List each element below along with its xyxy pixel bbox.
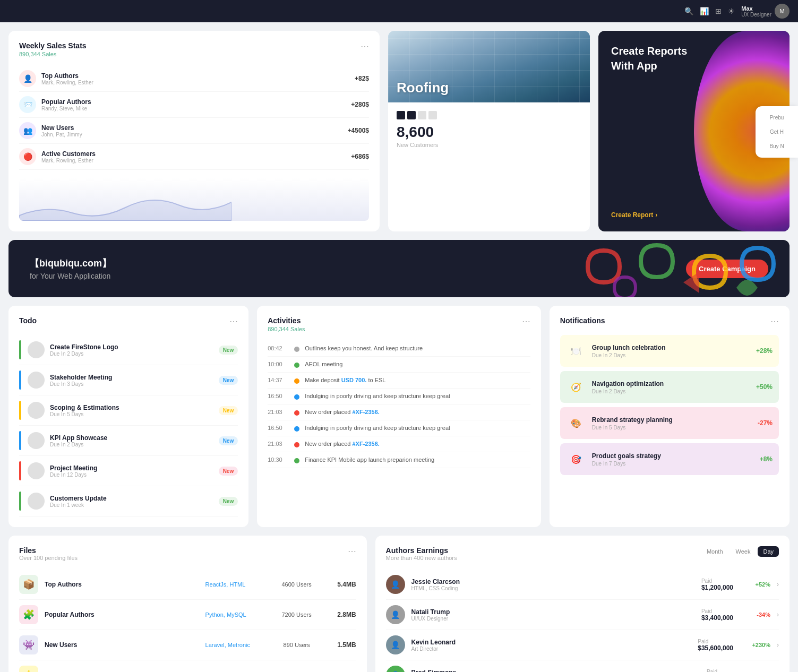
file-item: 🧩 Popular Authors Python, MySQL 7200 Use… xyxy=(19,600,356,630)
todo-due: Due In 12 Days xyxy=(50,472,219,478)
campaign-decoration xyxy=(577,240,790,297)
file-icon: ⭐ xyxy=(19,666,38,672)
todo-info: Create FireStone Logo Due In 2 Days xyxy=(50,343,219,357)
activity-link[interactable]: USD 700. xyxy=(341,377,367,383)
stat-name: Popular Authors xyxy=(41,98,351,106)
period-month-button[interactable]: Month xyxy=(701,546,728,557)
notif-icon: 🎯 xyxy=(567,450,586,469)
notif-value: +28% xyxy=(756,347,773,355)
author-paid-label: Paid xyxy=(701,578,733,584)
activity-time: 14:37 xyxy=(268,377,289,383)
todo-dot xyxy=(19,492,21,511)
sidebar-buyn[interactable]: Buy N xyxy=(760,141,794,151)
notif-sub: Due In 5 Days xyxy=(592,425,751,430)
author-role: UI/UX Designer xyxy=(411,616,695,622)
author-item: 👤 Brad Simmons Successful Fellas Paid $2… xyxy=(386,660,779,672)
file-tech: ReactJs, HTML xyxy=(205,581,269,588)
activity-dot xyxy=(294,410,299,416)
stat-item: 👥 New Users John, Pat, Jimmy +4500$ xyxy=(19,118,369,144)
stat-info: Popular Authors Randy, Steve, Mike xyxy=(41,98,351,111)
nc-icon-dark2 xyxy=(407,111,416,119)
period-week-button[interactable]: Week xyxy=(731,546,756,557)
activity-time: 21:03 xyxy=(268,441,289,447)
stat-sub: John, Pat, Jimmy xyxy=(41,132,348,137)
stat-sub: Mark, Rowling, Esther xyxy=(41,158,351,163)
brightness-icon[interactable]: ☀ xyxy=(728,7,735,15)
search-icon[interactable]: 🔍 xyxy=(684,7,693,15)
sidebar-geth[interactable]: Get H xyxy=(760,127,794,137)
files-menu-icon[interactable]: ⋯ xyxy=(348,546,356,556)
files-title: Files xyxy=(19,546,78,555)
todo-info: KPI App Showcase Due In 2 Days xyxy=(50,434,219,447)
todo-item: Project Meeting Due In 12 Days New xyxy=(19,456,238,486)
todo-info: Project Meeting Due In 12 Days xyxy=(50,464,219,478)
activity-item: 16:50 Indulging in poorly driving and ke… xyxy=(268,389,530,404)
todo-due: Due In 3 Days xyxy=(50,381,219,387)
activity-item: 21:03 New order placed #XF-2356. xyxy=(268,404,530,420)
author-role: Art Director xyxy=(411,646,692,652)
author-arrow-icon[interactable]: › xyxy=(777,581,779,588)
stat-info: New Users John, Pat, Jimmy xyxy=(41,124,348,137)
row-1: Weekly Sales Stats 890,344 Sales ⋯ 👤 Top… xyxy=(8,31,790,231)
files-subtitle: Over 100 pending files xyxy=(19,555,78,561)
sidebar-prebu[interactable]: Prebu xyxy=(760,113,794,123)
notif-info: Rebrand strategy planning Due In 5 Days xyxy=(592,416,751,430)
notif-sub: Due In 2 Days xyxy=(592,352,750,358)
todo-menu-icon[interactable]: ⋯ xyxy=(229,316,238,326)
author-paid-label: Paid xyxy=(701,608,733,614)
notif-value: -27% xyxy=(758,419,773,427)
authors-subtitle: More than 400 new authors xyxy=(386,555,457,561)
notif-name: Product goals strategy xyxy=(592,452,753,460)
roofing-title: Roofing xyxy=(397,80,449,96)
authors-title: Authors Earnings xyxy=(386,546,457,555)
activity-text: Make deposit USD 700. to ESL xyxy=(305,377,530,383)
stat-icon: 👤 xyxy=(19,70,36,87)
file-icon: 📦 xyxy=(19,575,38,594)
avatar[interactable]: M xyxy=(775,4,790,19)
bar-icon[interactable]: 📊 xyxy=(700,7,709,15)
file-size: 1.5MB xyxy=(324,641,356,649)
notification-item: 🍽️ Group lunch celebration Due In 2 Days… xyxy=(560,335,779,367)
period-day-button[interactable]: Day xyxy=(758,546,779,557)
activity-text: AEOL meeting xyxy=(305,361,530,367)
create-report-link[interactable]: Create Report › xyxy=(611,211,777,219)
sales-menu-icon[interactable]: ⋯ xyxy=(361,41,369,51)
author-avatar: 👤 xyxy=(386,666,405,672)
author-arrow-icon[interactable]: › xyxy=(777,611,779,618)
todo-item: Scoping & Estimations Due In 5 Days New xyxy=(19,395,238,426)
notifications-menu-icon[interactable]: ⋯ xyxy=(770,316,779,326)
author-arrow-icon[interactable]: › xyxy=(777,641,779,649)
file-name: Popular Authors xyxy=(45,611,199,618)
user-info: Max UX Designer M xyxy=(741,4,790,19)
todo-avatar xyxy=(28,432,45,449)
notif-info: Navigation optimization Due In 2 Days xyxy=(592,380,750,394)
activity-time: 16:50 xyxy=(268,425,289,431)
author-paid-section: Paid $1,200,000 xyxy=(701,578,733,591)
todo-avatar xyxy=(28,402,45,419)
author-avatar: 👤 xyxy=(386,575,405,594)
notif-name: Navigation optimization xyxy=(592,380,750,387)
stat-icon: 🔴 xyxy=(19,148,36,165)
todo-info: Stakeholder Meeting Due In 3 Days xyxy=(50,374,219,387)
stat-value: +4500$ xyxy=(348,127,369,134)
grid-icon[interactable]: ⊞ xyxy=(715,7,722,15)
period-buttons: Month Week Day xyxy=(701,546,779,557)
activity-dot xyxy=(294,347,299,352)
activity-link[interactable]: #XF-2356. xyxy=(352,441,379,447)
activities-subtitle: 890,344 Sales xyxy=(268,326,305,332)
stat-sub: Mark, Rowling, Esther xyxy=(41,80,355,85)
activity-text: Outlines keep you honest. And keep struc… xyxy=(305,345,530,351)
activity-link[interactable]: #XF-2356. xyxy=(352,409,379,415)
author-amount: $1,200,000 xyxy=(701,584,733,591)
activities-menu-icon[interactable]: ⋯ xyxy=(522,316,530,326)
stat-value: +280$ xyxy=(351,101,369,108)
todo-card: Todo ⋯ Create FireStone Logo Due In 2 Da… xyxy=(8,306,248,527)
activity-time: 16:50 xyxy=(268,393,289,399)
roofing-card: Roofing 8,600 New Customers xyxy=(388,31,590,231)
author-amount: $35,600,000 xyxy=(698,644,733,652)
user-role: UX Designer xyxy=(741,12,771,18)
activity-dot xyxy=(294,363,299,368)
notifications-card: Notifications ⋯ 🍽️ Group lunch celebrati… xyxy=(550,306,790,527)
activity-item: 14:37 Make deposit USD 700. to ESL xyxy=(268,373,530,389)
file-item: ⭐ Active Customers AngularJS, C# 4600 Us… xyxy=(19,660,356,672)
